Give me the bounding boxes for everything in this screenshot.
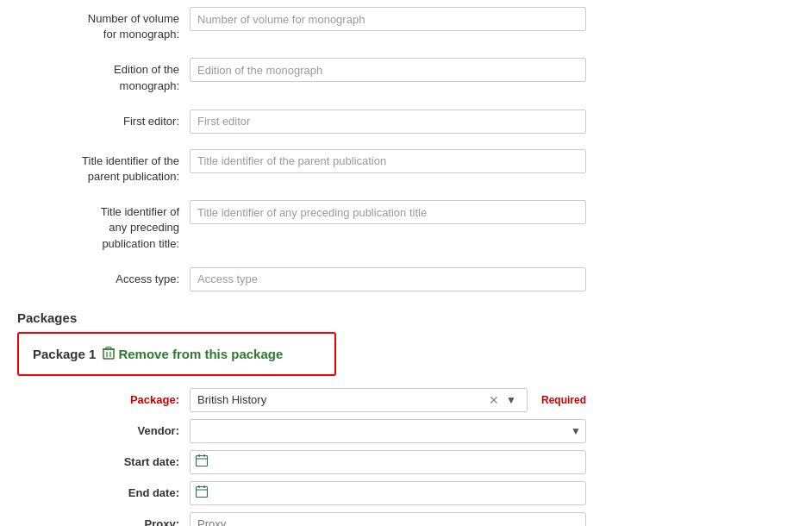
proxy-label: Proxy: bbox=[17, 517, 190, 526]
svg-rect-5 bbox=[197, 456, 208, 467]
package-selected-value: British History bbox=[197, 393, 266, 406]
trash-icon bbox=[103, 346, 115, 362]
svg-rect-1 bbox=[106, 347, 111, 348]
start-date-label: Start date: bbox=[17, 455, 190, 468]
start-date-wrapper bbox=[190, 450, 586, 474]
end-date-wrapper bbox=[190, 481, 586, 505]
package-box-label: Package 1 bbox=[33, 347, 96, 361]
title-parent-input[interactable] bbox=[190, 149, 586, 173]
remove-package-button[interactable]: Remove from this package bbox=[103, 346, 283, 362]
title-preceding-label: Title identifier ofany precedingpublicat… bbox=[17, 200, 190, 252]
svg-rect-0 bbox=[103, 349, 114, 359]
title-parent-label: Title identifier of theparent publicatio… bbox=[17, 149, 190, 185]
proxy-input[interactable] bbox=[190, 512, 586, 526]
package-dropdown-button[interactable]: ▼ bbox=[503, 394, 520, 406]
vendor-select[interactable] bbox=[190, 419, 586, 443]
vendor-field-label: Vendor: bbox=[17, 424, 190, 437]
title-preceding-input[interactable] bbox=[190, 200, 586, 224]
end-date-label: End date: bbox=[17, 486, 190, 499]
edition-label: Edition of themonograph: bbox=[17, 58, 190, 93]
remove-package-label: Remove from this package bbox=[118, 347, 283, 361]
package-select[interactable]: British History ✕ ▼ bbox=[190, 388, 528, 412]
package-box: Package 1 Remove from this package bbox=[17, 332, 336, 376]
package-field-label: Package: bbox=[17, 393, 190, 406]
first-editor-label: First editor: bbox=[17, 110, 190, 129]
access-type-input[interactable] bbox=[190, 267, 586, 291]
packages-section-title: Packages bbox=[17, 300, 795, 332]
start-date-calendar-icon[interactable] bbox=[196, 454, 208, 469]
svg-rect-9 bbox=[197, 487, 208, 498]
start-date-input[interactable] bbox=[213, 455, 580, 468]
access-type-label: Access type: bbox=[17, 267, 190, 287]
number-of-volume-label: Number of volumefor monograph: bbox=[17, 7, 190, 42]
first-editor-input[interactable] bbox=[190, 110, 586, 134]
package-clear-button[interactable]: ✕ bbox=[487, 393, 501, 407]
end-date-input[interactable] bbox=[213, 486, 580, 499]
number-of-volume-input[interactable] bbox=[190, 7, 586, 31]
edition-input[interactable] bbox=[190, 58, 586, 82]
end-date-calendar-icon[interactable] bbox=[196, 485, 208, 500]
required-badge: Required bbox=[541, 394, 586, 406]
